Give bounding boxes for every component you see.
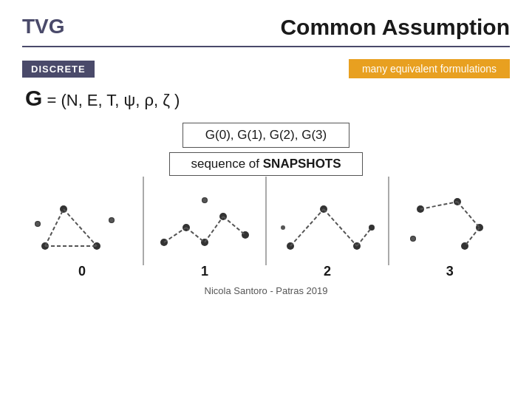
svg-line-25	[290, 209, 324, 246]
snapshots-box-row: G(0), G(1), G(2), G(3)	[22, 123, 510, 148]
svg-line-17	[186, 228, 205, 242]
sequence-box-row: sequence of SNAPSHOTS	[22, 152, 510, 176]
svg-point-8	[35, 222, 40, 226]
sequence-box: sequence of SNAPSHOTS	[169, 152, 362, 176]
tvg-label: TVG	[22, 15, 65, 38]
divider-1-2	[265, 177, 267, 265]
footer: Nicola Santoro - Patras 2019	[22, 285, 510, 296]
snapshots-word: SNAPSHOTS	[263, 157, 341, 171]
graph-1-column: 1	[146, 187, 264, 279]
graph-0-svg	[30, 187, 134, 261]
svg-line-19	[223, 216, 245, 235]
svg-line-5	[45, 209, 64, 246]
page-title: Common Assumption	[280, 15, 510, 40]
discrete-badge: DISCRETE	[22, 61, 95, 78]
graph-1-label: 1	[201, 264, 208, 279]
svg-point-9	[109, 218, 114, 222]
divider-0-1	[143, 177, 144, 265]
svg-point-37	[411, 236, 415, 241]
sequence-text: sequence of SNAPSHOTS	[191, 157, 341, 171]
snapshots-label: G(0), G(1), G(2), G(3)	[205, 128, 327, 142]
svg-point-28	[281, 225, 285, 230]
discrete-row: DISCRETE many equivalent formulations	[22, 59, 510, 78]
graph-2-svg	[276, 187, 379, 261]
graph-2-label: 2	[324, 264, 331, 279]
graph-0-label: 0	[78, 264, 86, 279]
graph-3-column: 3	[391, 187, 509, 279]
graph-3-label: 3	[446, 264, 454, 279]
svg-line-26	[324, 209, 357, 246]
g-letter: G	[25, 86, 42, 110]
snapshots-box: G(0), G(1), G(2), G(3)	[183, 123, 349, 148]
g-formula: = (N, E, T, ψ, ρ, ζ )	[47, 91, 180, 109]
graph-2-column: 2	[268, 187, 386, 279]
svg-line-35	[457, 202, 480, 228]
header: TVG Common Assumption	[22, 15, 510, 47]
divider-2-3	[388, 177, 389, 265]
svg-point-20	[202, 198, 207, 202]
svg-line-27	[357, 228, 372, 246]
svg-line-7	[64, 209, 97, 246]
graph-1-svg	[153, 187, 256, 261]
svg-line-34	[420, 202, 457, 209]
svg-line-36	[465, 228, 480, 246]
footer-text: Nicola Santoro - Patras 2019	[205, 285, 328, 296]
svg-line-16	[164, 228, 186, 242]
svg-line-18	[205, 216, 223, 242]
g-definition: G = (N, E, T, ψ, ρ, ζ )	[25, 86, 510, 111]
equiv-formulations: many equivalent formulations	[349, 59, 510, 78]
graphs-area: 0 1	[22, 183, 510, 279]
graph-3-svg	[398, 187, 502, 261]
graph-0-column: 0	[23, 187, 141, 279]
